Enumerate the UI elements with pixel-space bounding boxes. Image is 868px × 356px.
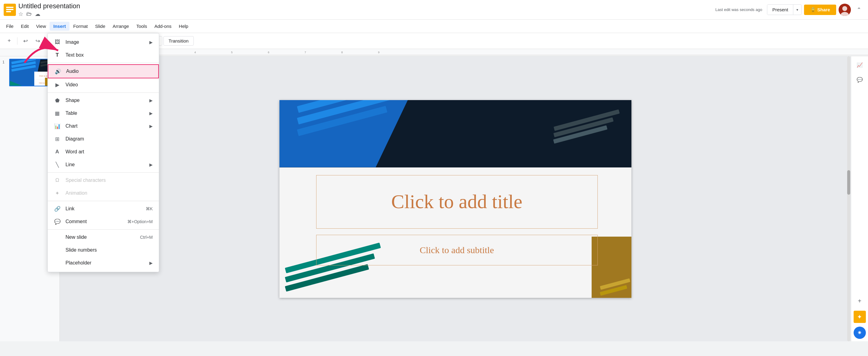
image-arrow-icon: ▶ (149, 40, 153, 45)
collapse-toolbar-button[interactable]: ⌃ (853, 4, 864, 15)
menu-section-shapes: ⬟ Shape ▶ ▦ Table ▶ 📊 Chart ▶ ⊞ Diagram … (48, 93, 159, 173)
plus-button[interactable]: + (854, 295, 866, 307)
slide-numbers-label: Slide numbers (65, 247, 153, 253)
document-title[interactable]: Untitled presentation (18, 2, 80, 10)
slide-number-1: 1 (2, 59, 7, 64)
menu-section-media: 🖼 Image ▶ T Text box (48, 35, 159, 63)
menu-item-table[interactable]: ▦ Table ▶ (48, 107, 159, 120)
svg-text:9: 9 (378, 51, 379, 54)
menu-item-diagram[interactable]: ⊞ Diagram (48, 132, 159, 145)
link-shortcut: ⌘K (146, 206, 153, 211)
chart-arrow-icon: ▶ (149, 124, 153, 128)
svg-rect-1 (6, 7, 13, 8)
menu-format[interactable]: Format (69, 22, 92, 31)
table-icon: ▦ (54, 110, 61, 117)
canvas-area[interactable]: Click to add title Click to add subtitle (60, 56, 851, 341)
slide-teal-lines (285, 268, 383, 292)
insert-dropdown-menu: 🖼 Image ▶ T Text box 🔊 Audio ▶ Video ⬟ S… (48, 33, 159, 272)
image-icon: 🖼 (54, 39, 61, 46)
menu-edit[interactable]: Edit (17, 22, 32, 31)
title-icons: ☆ 🗁 ☁ (18, 11, 80, 18)
app-logo (4, 4, 16, 16)
comments-button[interactable]: 💬 (854, 73, 866, 86)
analytics-button[interactable]: 📈 (854, 59, 866, 71)
menu-item-shape[interactable]: ⬟ Shape ▶ (48, 94, 159, 107)
chart-label: Chart (65, 123, 145, 129)
textbox-label: Text box (65, 52, 153, 58)
menu-section-link: 🔗 Link ⌘K 💬 Comment ⌘+Option+M (48, 201, 159, 230)
menu-item-audio[interactable]: 🔊 Audio (48, 64, 159, 78)
menu-help[interactable]: Help (175, 22, 192, 31)
menu-insert[interactable]: Insert (50, 22, 69, 31)
add-button[interactable]: + (4, 35, 15, 47)
menu-item-line[interactable]: ╲ Line ▶ (48, 158, 159, 171)
audio-label: Audio (66, 68, 152, 74)
menubar: File Edit View Insert Format Slide Arran… (0, 20, 868, 33)
menu-file[interactable]: File (2, 22, 17, 31)
textbox-icon: T (54, 52, 61, 58)
present-main-button[interactable]: Present (767, 5, 793, 15)
star-icon[interactable]: ☆ (18, 11, 23, 18)
gemini-button[interactable]: ✷ (854, 327, 866, 339)
svg-point-5 (842, 6, 847, 11)
menu-item-slide-numbers[interactable]: Slide numbers (48, 244, 159, 257)
menu-item-textbox[interactable]: T Text box (48, 49, 159, 62)
present-button-group: Present ▾ (767, 4, 802, 15)
share-button[interactable]: 🔒 Share (804, 5, 836, 15)
menu-tools[interactable]: Tools (132, 22, 151, 31)
title-placeholder[interactable]: Click to add title (316, 175, 598, 229)
table-label: Table (65, 111, 145, 116)
special-chars-label: Special characters (65, 178, 153, 183)
menu-slide[interactable]: Slide (92, 22, 109, 31)
svg-text:8: 8 (341, 51, 343, 54)
present-dropdown-button[interactable]: ▾ (793, 5, 801, 14)
menu-item-special-chars: Ω Special characters (48, 174, 159, 187)
video-icon: ▶ (54, 82, 61, 88)
redo-button[interactable]: ↪ (32, 35, 43, 47)
menu-item-placeholder[interactable]: Placeholder ▶ (48, 257, 159, 269)
svg-rect-2 (6, 9, 13, 10)
menu-arrange[interactable]: Arrange (109, 22, 132, 31)
scrollbar-thumb[interactable] (847, 170, 850, 195)
svg-text:4: 4 (194, 51, 196, 54)
placeholder-icon (54, 260, 61, 266)
line-label: Line (65, 162, 145, 168)
line-arrow-icon: ▶ (149, 162, 153, 167)
menu-view[interactable]: View (32, 22, 50, 31)
menu-section-audio: 🔊 Audio ▶ Video (48, 63, 159, 93)
header-actions: Last edit was seconds ago Present ▾ 🔒 Sh… (715, 4, 864, 16)
menu-item-wordart[interactable]: A Word art (48, 145, 159, 158)
slide-numbers-icon (54, 247, 61, 254)
special-chars-icon: Ω (54, 177, 61, 184)
table-arrow-icon: ▶ (149, 111, 153, 116)
menu-item-image[interactable]: 🖼 Image ▶ (48, 36, 159, 49)
slide-gold-lines (599, 278, 630, 289)
menu-section-special: Ω Special characters ✦ Animation (48, 173, 159, 201)
menu-addons[interactable]: Add-ons (151, 22, 175, 31)
transition-button[interactable]: Transition (163, 36, 194, 46)
shape-icon: ⬟ (54, 97, 61, 104)
cloud-icon[interactable]: ☁ (35, 11, 40, 18)
shape-label: Shape (65, 98, 145, 103)
title-text: Click to add title (391, 190, 522, 213)
video-label: Video (65, 82, 153, 88)
svg-text:6: 6 (268, 51, 269, 54)
animation-icon: ✦ (54, 190, 61, 197)
menu-item-new-slide[interactable]: New slide Ctrl+M (48, 231, 159, 244)
menu-item-comment[interactable]: 💬 Comment ⌘+Option+M (48, 215, 159, 228)
folder-icon[interactable]: 🗁 (26, 11, 32, 17)
placeholder-arrow-icon: ▶ (149, 261, 153, 265)
menu-item-video[interactable]: ▶ Video (48, 78, 159, 91)
diagram-icon: ⊞ (54, 136, 61, 142)
explore-button[interactable]: ✦ (854, 311, 866, 323)
menu-item-chart[interactable]: 📊 Chart ▶ (48, 120, 159, 132)
undo-button[interactable]: ↩ (20, 35, 31, 47)
topbar: Untitled presentation ☆ 🗁 ☁ Last edit wa… (0, 0, 868, 20)
menu-item-link[interactable]: 🔗 Link ⌘K (48, 202, 159, 215)
svg-text:7: 7 (305, 51, 306, 54)
toolbar-separator-1 (17, 37, 18, 45)
user-avatar[interactable] (839, 4, 851, 16)
scrollbar-track (847, 56, 850, 341)
subtitle-placeholder[interactable]: Click to add subtitle (316, 235, 598, 265)
slide-canvas[interactable]: Click to add title Click to add subtitle (279, 100, 631, 298)
